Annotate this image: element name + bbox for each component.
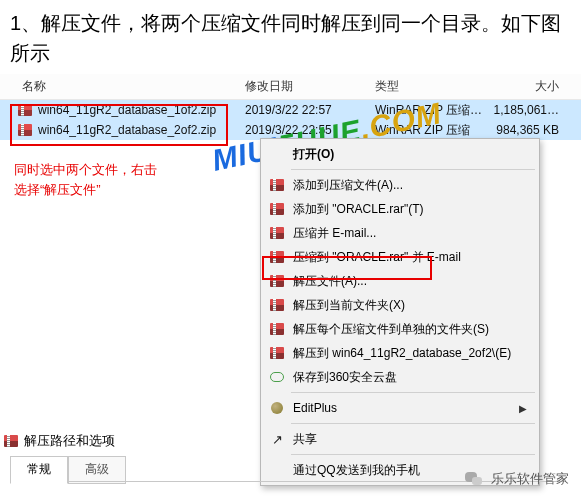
tab-normal[interactable]: 常规 [10,456,68,484]
file-type: WinRAR ZIP 压缩 [375,122,485,139]
instruction-text: 1、解压文件，将两个压缩文件同时解压到同一个目录。如下图所示 [0,0,581,74]
tip-text: 同时选中两个文件，右击 选择“解压文件” [14,160,157,199]
col-name[interactable]: 名称 [0,78,245,95]
wechat-icon [465,470,483,488]
archive-icon [4,435,18,447]
file-name: win64_11gR2_database_2of2.zip [38,123,245,137]
menu-save-360[interactable]: 保存到360安全云盘 [263,365,537,389]
col-size[interactable]: 大小 [485,78,565,95]
menu-separator [291,454,535,455]
menu-editplus[interactable]: EditPlus▶ [263,396,537,420]
menu-separator [291,423,535,424]
menu-separator [291,169,535,170]
file-row[interactable]: win64_11gR2_database_2of2.zip 2019/3/22 … [0,120,581,140]
archive-icon [18,124,34,136]
chevron-right-icon: ▶ [519,403,527,414]
file-size: 984,365 KB [485,123,565,137]
menu-add-archive[interactable]: 添加到压缩文件(A)... [263,173,537,197]
file-type: WinRAR ZIP 压缩… [375,102,485,119]
tab-advanced[interactable]: 高级 [68,456,126,484]
file-row[interactable]: win64_11gR2_database_1of2.zip 2019/3/22 … [0,100,581,120]
menu-add-to-oracle[interactable]: 添加到 "ORACLE.rar"(T) [263,197,537,221]
share-icon [269,431,285,447]
footer: 乐乐软件管家 [465,470,569,488]
columns-header: 名称 修改日期 类型 大小 [0,74,581,100]
file-name: win64_11gR2_database_1of2.zip [38,103,245,117]
col-type[interactable]: 类型 [375,78,485,95]
menu-extract-files[interactable]: 解压文件(A)... [263,269,537,293]
col-date[interactable]: 修改日期 [245,78,375,95]
menu-extract-here[interactable]: 解压到当前文件夹(X) [263,293,537,317]
menu-zip-to-email[interactable]: 压缩到 "ORACLE.rar" 并 E-mail [263,245,537,269]
context-menu: 打开(O) 添加到压缩文件(A)... 添加到 "ORACLE.rar"(T) … [260,138,540,486]
menu-extract-to[interactable]: 解压到 win64_11gR2_database_2of2\(E) [263,341,537,365]
tabs: 常规 高级 [10,456,126,484]
file-date: 2019/3/22 22:55 [245,123,375,137]
file-size: 1,185,061… [485,103,565,117]
file-date: 2019/3/22 22:57 [245,103,375,117]
archive-icon [18,104,34,116]
menu-zip-email[interactable]: 压缩并 E-mail... [263,221,537,245]
menu-extract-each[interactable]: 解压每个压缩文件到单独的文件夹(S) [263,317,537,341]
menu-separator [291,392,535,393]
menu-share[interactable]: 共享 [263,427,537,451]
menu-open[interactable]: 打开(O) [263,142,537,166]
dialog-title: 解压路径和选项 [4,432,115,450]
